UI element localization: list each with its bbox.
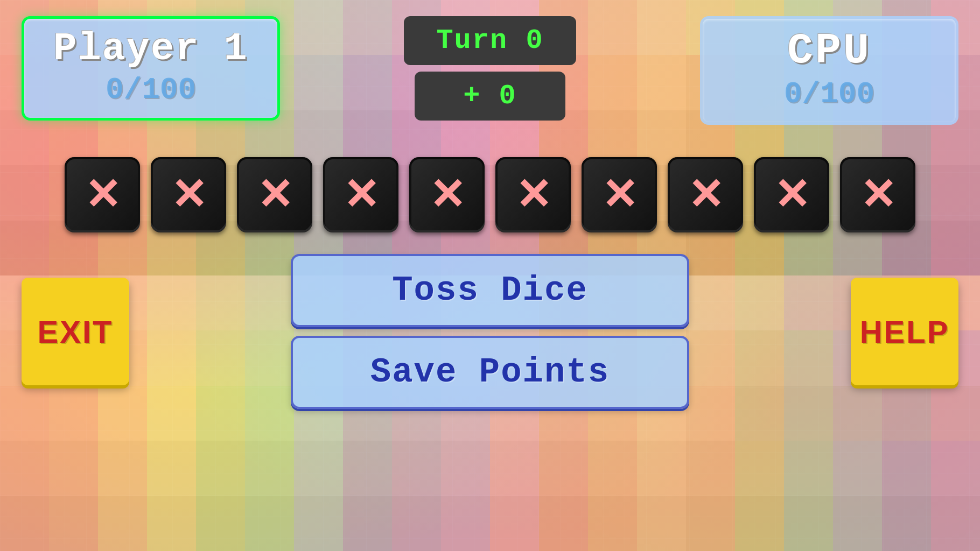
points-badge: + 0 [415, 72, 565, 121]
dice-6[interactable]: ✕ [495, 157, 571, 232]
save-label: Save Points [370, 353, 610, 392]
dice-3[interactable]: ✕ [237, 157, 312, 232]
toss-dice-button[interactable]: Toss Dice [291, 254, 689, 327]
help-label: HELP [860, 314, 950, 350]
help-button[interactable]: HELP [851, 278, 958, 385]
player1-card: Player 1 0/100 [22, 16, 280, 121]
player1-score: 0/100 [46, 73, 256, 107]
dice-5[interactable]: ✕ [409, 157, 485, 232]
dice-3-symbol: ✕ [257, 173, 293, 216]
center-info: Turn 0 + 0 [404, 16, 576, 121]
exit-label: EXIT [38, 314, 114, 350]
bottom-section: EXIT Toss Dice Save Points HELP [22, 254, 958, 409]
dice-10[interactable]: ✕ [840, 157, 915, 232]
dice-2-symbol: ✕ [171, 173, 207, 216]
main-content: Player 1 0/100 Turn 0 + 0 CPU 0/100 ✕ ✕ … [0, 0, 980, 551]
top-section: Player 1 0/100 Turn 0 + 0 CPU 0/100 [22, 16, 958, 125]
cpu-card: CPU 0/100 [700, 16, 958, 125]
turn-label: Turn 0 [436, 25, 543, 56]
exit-button[interactable]: EXIT [22, 278, 129, 385]
turn-badge: Turn 0 [404, 16, 576, 65]
center-buttons: Toss Dice Save Points [291, 254, 689, 409]
cpu-score: 0/100 [724, 77, 934, 111]
dice-4-symbol: ✕ [343, 173, 379, 216]
dice-row: ✕ ✕ ✕ ✕ ✕ ✕ ✕ ✕ ✕ ✕ [65, 157, 915, 232]
dice-2[interactable]: ✕ [151, 157, 226, 232]
dice-9-symbol: ✕ [774, 173, 810, 216]
dice-7-symbol: ✕ [601, 173, 638, 216]
points-label: + 0 [447, 80, 533, 112]
dice-4[interactable]: ✕ [323, 157, 398, 232]
dice-10-symbol: ✕ [860, 173, 896, 216]
dice-1[interactable]: ✕ [65, 157, 140, 232]
player1-name: Player 1 [46, 30, 256, 68]
dice-6-symbol: ✕ [515, 173, 551, 216]
toss-label: Toss Dice [392, 271, 588, 310]
dice-8[interactable]: ✕ [668, 157, 743, 232]
dice-9[interactable]: ✕ [754, 157, 829, 232]
save-points-button[interactable]: Save Points [291, 336, 689, 409]
dice-1-symbol: ✕ [85, 173, 121, 216]
dice-7[interactable]: ✕ [582, 157, 657, 232]
dice-8-symbol: ✕ [688, 173, 724, 216]
dice-5-symbol: ✕ [429, 173, 465, 216]
cpu-name: CPU [724, 30, 934, 73]
